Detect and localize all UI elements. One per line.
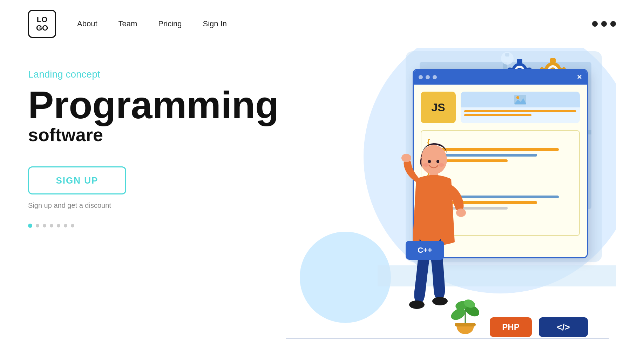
- browser-titlebar: ✕: [414, 70, 587, 85]
- svg-point-53: [423, 163, 429, 167]
- main-title: Programming: [28, 86, 279, 124]
- svg-point-47: [401, 154, 411, 162]
- tag-label: Landing concept: [28, 69, 279, 80]
- logo: LO GO: [28, 10, 56, 38]
- sub-title: software: [28, 124, 279, 145]
- codetag-badge: </>: [539, 317, 588, 337]
- hero-text: Landing concept Programming software SIG…: [28, 48, 279, 344]
- svg-point-45: [420, 145, 447, 174]
- js-badge: JS: [421, 92, 456, 123]
- svg-rect-34: [550, 58, 556, 63]
- page-dot-active: [28, 224, 32, 228]
- main-content: Landing concept Programming software SIG…: [0, 48, 644, 344]
- person-illustration: [385, 130, 476, 340]
- more-menu[interactable]: [592, 21, 616, 27]
- pagination: [28, 224, 279, 228]
- signup-button[interactable]: SIGN UP: [28, 166, 126, 194]
- page-dot-2: [36, 224, 39, 227]
- page-dot-3: [43, 224, 46, 227]
- menu-dot-1: [592, 21, 598, 27]
- nav-team[interactable]: Team: [118, 19, 137, 28]
- svg-point-52: [436, 160, 439, 163]
- image-card-lines: [461, 107, 580, 119]
- svg-point-54: [439, 163, 444, 167]
- cpp-badge: C++: [406, 241, 444, 260]
- svg-point-49: [409, 300, 425, 309]
- discount-text: Sign up and get a discount: [28, 201, 279, 210]
- page-dot-5: [57, 224, 60, 227]
- page-dot-4: [50, 224, 53, 227]
- img-line-2: [464, 114, 531, 116]
- page-dot-6: [64, 224, 67, 227]
- page-dot-7: [71, 224, 74, 227]
- svg-point-51: [428, 160, 431, 163]
- bg-circle-medium: [300, 232, 391, 323]
- browser-dot-3: [433, 75, 437, 79]
- browser-dot-2: [426, 75, 430, 79]
- svg-point-43: [516, 96, 519, 99]
- browser-close-icon: ✕: [577, 73, 582, 81]
- nav-signin[interactable]: Sign In: [203, 19, 227, 28]
- browser-dot-1: [419, 75, 423, 79]
- php-badge: PHP: [490, 317, 532, 337]
- main-nav: About Team Pricing Sign In: [77, 19, 227, 28]
- browser-top-row: JS: [421, 92, 580, 123]
- image-icon: [514, 94, 527, 105]
- svg-point-50: [432, 297, 448, 305]
- menu-dot-2: [601, 21, 607, 27]
- header: LO GO About Team Pricing Sign In: [0, 0, 644, 48]
- svg-rect-12: [517, 59, 522, 63]
- logo-line2: GO: [36, 24, 48, 32]
- image-card-image: [461, 92, 580, 107]
- image-card: [461, 92, 580, 123]
- illustration: ✕ JS: [279, 48, 616, 344]
- img-line-1: [464, 110, 576, 112]
- nav-pricing[interactable]: Pricing: [158, 19, 182, 28]
- nav-about[interactable]: About: [77, 19, 97, 28]
- menu-dot-3: [610, 21, 616, 27]
- logo-line1: LO: [37, 15, 48, 24]
- svg-point-48: [456, 209, 466, 217]
